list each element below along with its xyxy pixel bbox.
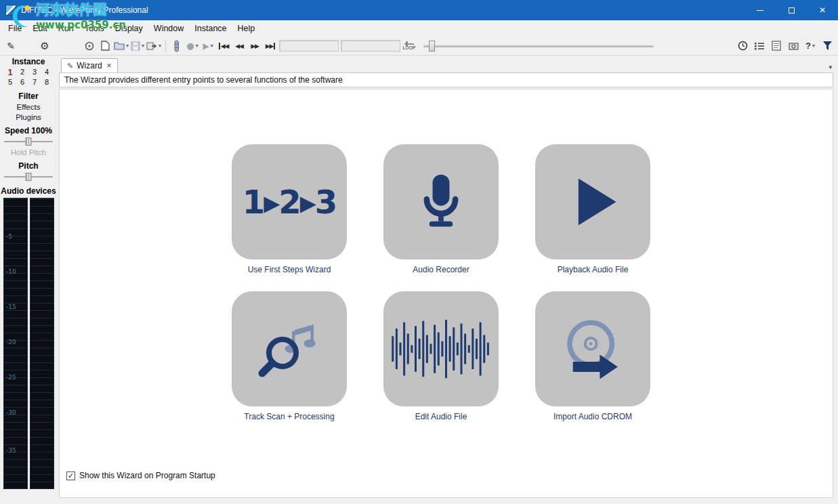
tile-label: Edit Audio File [383, 412, 499, 421]
skip-to-start-button[interactable]: ◀◀ [217, 39, 230, 54]
tile-audio-recorder[interactable] [383, 144, 499, 259]
chevron-down-icon[interactable]: ▾ [211, 43, 213, 49]
record-button[interactable]: ● ▾ [186, 39, 199, 54]
tab-wizard[interactable]: ✎ Wizard × [61, 58, 118, 72]
instance-button-8[interactable]: 8 [41, 78, 53, 87]
instance-button-6[interactable]: 6 [16, 78, 28, 87]
instance-button-4[interactable]: 4 [41, 68, 53, 77]
export-icon [146, 41, 157, 51]
hold-pitch-toggle[interactable]: Hold Pitch [0, 148, 57, 156]
disc-button[interactable] [83, 39, 96, 54]
play-button[interactable]: ▶ ▾ [201, 39, 215, 54]
slider-handle[interactable] [26, 173, 32, 181]
chevron-down-icon[interactable]: ▾ [126, 43, 129, 49]
help-button[interactable]: ? ▾ [803, 39, 817, 54]
magnifier-note-icon [255, 315, 323, 383]
export-button[interactable]: ▾ [146, 39, 161, 54]
checkbox-icon[interactable]: ✓ [66, 471, 75, 480]
loop-button[interactable]: LOOP [402, 39, 416, 54]
clock-icon [738, 41, 748, 51]
menu-tools[interactable]: Tools [79, 22, 110, 35]
tile-cell: Playback Audio File [535, 144, 650, 274]
titlebar[interactable]: DIFITEC - WavePurity Professional ✕ [0, 0, 838, 20]
filter-tool-button[interactable] [820, 39, 834, 54]
pencil-icon: ✎ [67, 62, 73, 70]
startup-checkbox-row[interactable]: ✓ Show this Wizard on Program Startup [66, 471, 215, 480]
tab-strip: ✎ Wizard × ▾ [59, 56, 833, 72]
pitch-slider[interactable] [3, 172, 54, 182]
notes-button[interactable] [770, 39, 783, 54]
close-button[interactable]: ✕ [807, 0, 838, 20]
meter-scale-label: -15 [6, 303, 16, 310]
info-bar: The Wizard provides different entry poin… [59, 72, 833, 87]
rewind-button[interactable]: ◀◀ [232, 39, 246, 54]
instance-button-2[interactable]: 2 [16, 68, 28, 77]
history-button[interactable] [736, 39, 749, 54]
chevron-down-icon[interactable]: ▾ [142, 43, 144, 49]
task-list-button[interactable] [753, 39, 766, 54]
menu-instance[interactable]: Instance [189, 22, 232, 35]
tab-close-icon[interactable]: × [107, 61, 112, 70]
open-file-button[interactable]: ▾ [114, 39, 129, 54]
menu-run[interactable]: Run [53, 22, 79, 35]
sidebar-item-effects[interactable]: Effects [0, 103, 57, 111]
tile-label: Import Audio CDROM [535, 412, 650, 421]
save-file-button[interactable]: ▾ [131, 39, 144, 54]
window-controls: ✕ [745, 0, 838, 20]
tile-cell: Import Audio CDROM [535, 291, 650, 421]
slider-handle[interactable] [429, 41, 435, 51]
disc-icon [85, 41, 94, 51]
level-meter-button[interactable] [170, 39, 184, 54]
instance-button-5[interactable]: 5 [4, 78, 16, 87]
tile-label: Playback Audio File [535, 265, 650, 274]
chevron-down-icon[interactable]: ▾ [159, 43, 161, 49]
chevron-down-icon[interactable]: ▾ [812, 43, 815, 49]
speed-slider[interactable] [3, 137, 54, 146]
tile-cell: 1▸2▸3 Use First Steps Wizard [232, 144, 347, 274]
menu-display[interactable]: Display [110, 22, 148, 35]
fast-forward-button[interactable]: ▶▶ [248, 39, 261, 54]
burn-cd-button[interactable] [787, 39, 800, 54]
instance-header: Instance [0, 57, 57, 66]
meter-scale-label: -30 [6, 409, 16, 416]
slider-handle[interactable] [26, 138, 32, 146]
toolbar-display-field-1[interactable] [279, 40, 339, 51]
app-logo-icon [5, 5, 16, 16]
minimize-icon [757, 10, 763, 11]
instance-grid: 1 2 3 4 5 6 7 8 [4, 68, 53, 87]
skip-to-end-button[interactable]: ▶▶ [264, 39, 277, 54]
tile-edit-audio-file[interactable] [383, 291, 499, 406]
pitch-header: Pitch [0, 161, 57, 171]
tile-track-scan-processing[interactable] [232, 291, 347, 406]
minimize-button[interactable] [745, 0, 776, 20]
sidebar-item-filter[interactable]: Filter [0, 91, 57, 101]
position-slider[interactable] [423, 40, 654, 52]
instance-button-7[interactable]: 7 [28, 78, 41, 87]
edit-pencil-button[interactable]: ✎ [4, 39, 18, 54]
check-icon: ✓ [68, 472, 74, 480]
instance-button-3[interactable]: 3 [28, 68, 41, 77]
microphone-icon [408, 169, 474, 234]
ordered-list-icon [755, 41, 765, 51]
new-file-button[interactable] [98, 39, 112, 54]
menu-file[interactable]: File [3, 22, 27, 35]
tile-playback-audio-file[interactable] [535, 144, 650, 259]
tile-label: Use First Steps Wizard [232, 265, 347, 274]
close-icon: ✕ [819, 5, 826, 15]
tile-import-audio-cdrom[interactable] [535, 291, 650, 406]
window-title: DIFITEC - WavePurity Professional [21, 5, 148, 15]
toolbar-display-field-2[interactable] [341, 40, 400, 51]
tile-use-first-steps-wizard[interactable]: 1▸2▸3 [232, 144, 347, 259]
menu-help[interactable]: Help [232, 22, 261, 35]
chevron-down-icon[interactable]: ▾ [829, 64, 832, 70]
sidebar-item-plugins[interactable]: Plugins [0, 113, 57, 121]
instance-button-1[interactable]: 1 [4, 68, 16, 77]
menu-window[interactable]: Window [148, 22, 189, 35]
tab-label: Wizard [77, 61, 102, 70]
menu-edit[interactable]: Edit [27, 22, 53, 35]
chevron-down-icon[interactable]: ▾ [196, 43, 198, 49]
settings-button[interactable]: ⚙ [38, 39, 51, 54]
maximize-button[interactable] [776, 0, 807, 20]
tile-cell: Edit Audio File [383, 291, 499, 421]
level-meters: -5 -10 -15 -20 -25 -30 -35 [2, 198, 55, 489]
